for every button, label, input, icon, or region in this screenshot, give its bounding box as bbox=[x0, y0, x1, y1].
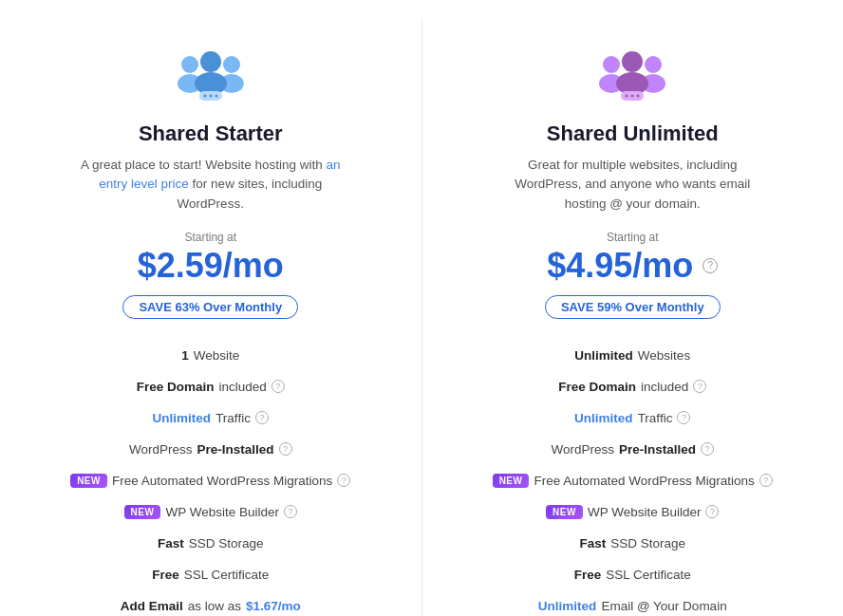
new-badge: NEW bbox=[70, 474, 107, 488]
feature-bold-text: Fast bbox=[158, 536, 184, 551]
feature-help-icon[interactable]: ? bbox=[677, 411, 690, 424]
svg-point-4 bbox=[200, 51, 221, 72]
svg-point-17 bbox=[626, 95, 628, 98]
feature-bold-text: Pre-Installed bbox=[619, 442, 696, 457]
feature-help-icon[interactable]: ? bbox=[284, 505, 297, 518]
feature-bold-text: 1 bbox=[181, 348, 189, 363]
save-badge[interactable]: SAVE 59% Over Monthly bbox=[545, 295, 721, 319]
plan-title: Shared Starter bbox=[139, 121, 283, 146]
desc-text: Great for multiple websites, including W… bbox=[515, 158, 750, 211]
feature-item: Free SSL Certificate bbox=[460, 559, 806, 590]
feature-help-icon[interactable]: ? bbox=[255, 411, 269, 424]
feature-bold-text: Free bbox=[574, 568, 602, 582]
feature-bold-link: Unlimited bbox=[538, 599, 597, 613]
feature-text: SSD Storage bbox=[189, 536, 264, 551]
plan-card-shared-starter: Shared Starter A great place to start! W… bbox=[0, 19, 422, 616]
svg-point-19 bbox=[637, 95, 640, 98]
svg-point-10 bbox=[603, 56, 620, 73]
price-help-icon[interactable]: ? bbox=[702, 258, 718, 273]
feature-link-text: Unlimited bbox=[574, 411, 633, 425]
feature-help-icon[interactable]: ? bbox=[705, 505, 719, 518]
feature-help-icon[interactable]: ? bbox=[272, 380, 285, 393]
feature-text: Traffic bbox=[215, 411, 251, 425]
new-badge: NEW bbox=[546, 505, 583, 519]
feature-item: NEW WP Website Builder? bbox=[460, 496, 806, 528]
feature-item: Unlimited Email @ Your Domain bbox=[460, 590, 806, 616]
feature-item: Add Email as low as $1.67/mo bbox=[38, 590, 384, 616]
svg-point-7 bbox=[203, 95, 206, 98]
feature-text: Website bbox=[194, 348, 240, 363]
feature-bold-text: Fast bbox=[579, 536, 606, 551]
starting-at-label: Starting at bbox=[184, 231, 236, 244]
feature-item: Unlimited Traffic? bbox=[460, 402, 806, 434]
new-badge: NEW bbox=[124, 505, 161, 519]
feature-help-icon[interactable]: ? bbox=[279, 442, 292, 456]
feature-bold-text: Add Email bbox=[121, 599, 183, 613]
feature-text: included bbox=[641, 380, 688, 394]
svg-point-12 bbox=[645, 56, 662, 73]
feature-text: Traffic bbox=[638, 411, 673, 425]
feature-text: SSL Certificate bbox=[606, 568, 691, 582]
feature-link-text: Unlimited bbox=[153, 411, 212, 425]
feature-bold-text: Unlimited bbox=[574, 348, 633, 363]
svg-point-14 bbox=[622, 51, 643, 72]
feature-price-link: $1.67/mo bbox=[246, 599, 301, 613]
feature-text: WordPress bbox=[129, 442, 193, 457]
feature-bold-text: Free Domain bbox=[558, 380, 636, 394]
feature-item: WordPress Pre-Installed? bbox=[460, 434, 806, 465]
plan-card-shared-unlimited: Shared Unlimited Great for multiple webs… bbox=[422, 19, 844, 616]
plan-price: $2.59/mo bbox=[138, 246, 284, 286]
feature-text: WordPress bbox=[551, 442, 614, 457]
feature-bold-text: Free Domain bbox=[137, 380, 215, 394]
feature-bold-text: Free bbox=[152, 568, 179, 582]
feature-item: Unlimited Websites bbox=[460, 340, 806, 371]
save-badge[interactable]: SAVE 63% Over Monthly bbox=[122, 295, 298, 319]
feature-text: SSL Certificate bbox=[184, 568, 270, 582]
svg-point-0 bbox=[181, 56, 198, 73]
plan-desc: Great for multiple websites, including W… bbox=[499, 156, 765, 214]
feature-text: included bbox=[218, 380, 266, 394]
feature-help-icon[interactable]: ? bbox=[337, 474, 350, 487]
feature-text: Websites bbox=[638, 348, 690, 363]
new-badge: NEW bbox=[493, 474, 530, 488]
plans-container: Shared Starter A great place to start! W… bbox=[0, 19, 843, 616]
plan-desc: A great place to start! Website hosting … bbox=[78, 156, 344, 214]
feature-text: WP Website Builder bbox=[165, 505, 279, 519]
svg-point-8 bbox=[209, 95, 212, 98]
feature-item: Fast SSD Storage bbox=[460, 528, 806, 559]
feature-item: NEW WP Website Builder? bbox=[38, 496, 384, 528]
desc-text: for new sites, including WordPress. bbox=[178, 177, 323, 210]
feature-text: SSD Storage bbox=[610, 536, 685, 551]
feature-help-icon[interactable]: ? bbox=[759, 474, 773, 487]
svg-point-9 bbox=[215, 95, 217, 98]
feature-item: NEW Free Automated WordPress Migrations? bbox=[460, 465, 806, 496]
feature-text: as low as bbox=[188, 599, 241, 613]
feature-text: Free Automated WordPress Migrations bbox=[112, 474, 332, 488]
features-list: Unlimited WebsitesFree Domain included?U… bbox=[460, 340, 806, 616]
feature-bold-text: Pre-Installed bbox=[197, 442, 274, 457]
feature-item: WordPress Pre-Installed? bbox=[38, 434, 384, 465]
plan-icon bbox=[173, 47, 249, 121]
feature-text: WP Website Builder bbox=[588, 505, 702, 519]
svg-point-2 bbox=[223, 56, 240, 73]
svg-point-18 bbox=[631, 95, 634, 98]
feature-item: 1 Website bbox=[38, 340, 384, 371]
feature-item: Free SSL Certificate bbox=[38, 559, 384, 590]
feature-item: Free Domain included? bbox=[460, 371, 806, 402]
feature-item: Fast SSD Storage bbox=[38, 528, 384, 559]
plan-title: Shared Unlimited bbox=[547, 121, 719, 146]
feature-item: Free Domain included? bbox=[38, 371, 384, 402]
feature-help-icon[interactable]: ? bbox=[693, 380, 706, 393]
desc-text: A great place to start! Website hosting … bbox=[81, 158, 327, 172]
feature-item: NEW Free Automated WordPress Migrations? bbox=[38, 465, 384, 496]
feature-text: Email @ Your Domain bbox=[601, 599, 726, 613]
plan-icon bbox=[594, 47, 670, 121]
feature-item: Unlimited Traffic? bbox=[38, 402, 384, 434]
feature-help-icon[interactable]: ? bbox=[701, 442, 714, 456]
starting-at-label: Starting at bbox=[607, 231, 659, 244]
plan-price: $4.95/mo? bbox=[547, 246, 718, 286]
feature-text: Free Automated WordPress Migrations bbox=[534, 474, 754, 488]
features-list: 1 WebsiteFree Domain included?Unlimited … bbox=[38, 340, 384, 616]
